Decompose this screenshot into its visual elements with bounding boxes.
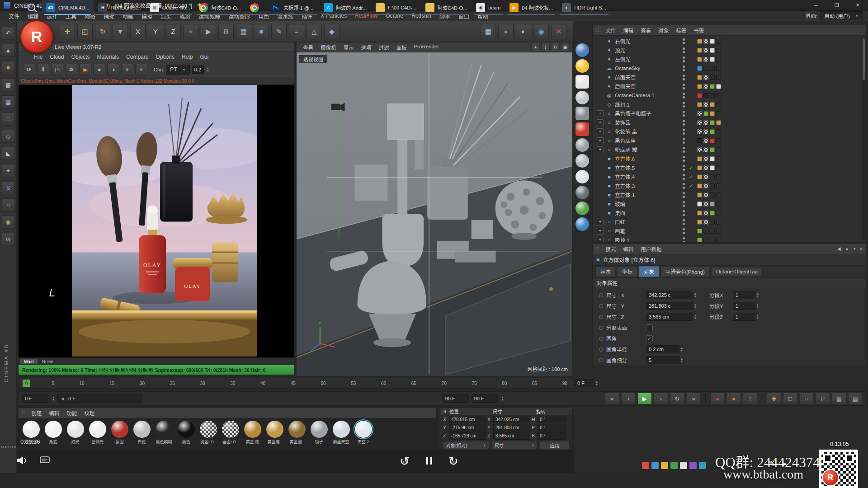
section-header[interactable]: 对象属性 — [593, 278, 866, 288]
film-icon[interactable] — [576, 107, 589, 120]
axis-mode-icon[interactable]: ⌖ — [2, 164, 15, 177]
mini-icon[interactable] — [699, 462, 706, 469]
visibility-dots[interactable] — [683, 219, 685, 225]
stepper[interactable]: ▲▼ — [694, 292, 697, 298]
sun-light-icon[interactable] — [576, 59, 589, 73]
pause-button[interactable] — [425, 457, 433, 466]
visibility-dots[interactable] — [683, 66, 685, 71]
tag-icons[interactable] — [697, 202, 721, 206]
segment-field[interactable]: 1 — [733, 313, 755, 321]
attribute-tab[interactable]: 坐标 — [617, 266, 637, 277]
tag-icons[interactable] — [697, 66, 721, 71]
material-preview[interactable] — [311, 421, 328, 438]
pan-view-icon[interactable]: + — [531, 43, 540, 52]
object-row[interactable]: + ○ 装饰品 — [593, 118, 866, 127]
object-name[interactable]: 画笔 — [615, 227, 683, 235]
material-item[interactable]: 黑色 — [175, 421, 197, 445]
next-frame-button[interactable]: › — [654, 393, 668, 404]
snap-grid-icon[interactable]: ▦ — [481, 24, 496, 39]
object-name[interactable]: 口红 — [615, 218, 683, 225]
object-name[interactable]: 粉底刷 矮 — [615, 146, 683, 153]
stepper[interactable]: ▲▼ — [680, 347, 683, 352]
tag-icons[interactable] — [697, 75, 721, 80]
visibility-dots[interactable] — [683, 120, 685, 126]
object-row[interactable]: ☀ 顶光 — [593, 46, 866, 55]
size-field[interactable]: 342.025 cm — [493, 416, 530, 423]
keyframe-dot[interactable] — [599, 347, 603, 352]
earth-icon[interactable] — [576, 217, 589, 231]
expand-icon[interactable]: + — [597, 237, 604, 243]
texture-mode-icon[interactable]: ▩ — [2, 78, 15, 91]
object-name[interactable]: 黑色瓶子和瓶子 — [615, 110, 683, 117]
paint-mode-icon[interactable]: ◉ — [2, 216, 15, 229]
attr-menu-icon[interactable]: ≡ — [860, 246, 863, 252]
lock-workplane-icon[interactable]: ⊘ — [2, 233, 15, 246]
object-name[interactable]: 立方体.4 — [615, 173, 683, 180]
gray-ball-icon[interactable] — [576, 154, 589, 168]
mini-icon[interactable] — [642, 462, 649, 469]
object-row[interactable]: + ○ 粉底刷 矮 — [593, 145, 866, 154]
material-ball-icon[interactable]: ● — [93, 64, 105, 76]
pick-material-icon[interactable]: ⌖ — [121, 64, 133, 76]
material-preview[interactable] — [156, 421, 173, 438]
object-row[interactable]: ☀ 后侧天空 — [593, 82, 866, 91]
object-name[interactable]: 后侧天空 — [615, 83, 683, 90]
minimize-button[interactable]: ─ — [806, 0, 826, 10]
settings-gear-icon[interactable]: ⚙ — [65, 64, 77, 76]
apply-button[interactable]: 应用 — [540, 441, 570, 449]
visibility-dots[interactable] — [683, 38, 685, 44]
material-item[interactable]: 灯光 — [64, 421, 86, 445]
visibility-dots[interactable] — [683, 47, 685, 53]
tag-icons[interactable] — [697, 174, 721, 179]
menu-item[interactable]: Help — [178, 54, 197, 60]
skip-back-button[interactable]: ↺ 10 — [398, 455, 411, 468]
stepper[interactable]: ▲▼ — [756, 303, 759, 309]
tag-icons[interactable] — [697, 93, 721, 98]
tag-icons[interactable] — [697, 229, 721, 234]
stepper[interactable]: ▲▼ — [694, 303, 697, 309]
visibility-dots[interactable] — [683, 192, 685, 198]
material-preview[interactable] — [200, 421, 217, 438]
material-item[interactable]: 烫金LO.. — [197, 421, 219, 445]
material-preview[interactable] — [288, 421, 306, 438]
panel-grip-icon[interactable]: ⠿ — [22, 411, 25, 416]
position-field[interactable]: -215.96 cm — [449, 424, 486, 432]
menu-item[interactable]: 标签 — [672, 27, 690, 34]
attribute-tab[interactable]: 平滑着色(Phong) — [660, 266, 710, 277]
menu-item[interactable]: 过滤 — [375, 44, 393, 51]
visibility-dots[interactable] — [683, 84, 685, 89]
channel-dropdown[interactable]: PT ▼ — [166, 65, 189, 75]
object-name[interactable]: 桌面 — [615, 209, 683, 216]
tag-icons[interactable] — [697, 192, 721, 197]
object-row[interactable]: + ○ 黑色底座 — [593, 136, 866, 145]
tag-icons[interactable] — [697, 48, 721, 53]
expand-icon[interactable]: + — [597, 137, 604, 144]
panel-grip-icon[interactable]: ⠿ — [443, 409, 447, 414]
material-preview[interactable] — [89, 421, 106, 438]
menu-item[interactable]: 书签 — [690, 27, 708, 34]
menu-item[interactable]: 编辑 — [619, 245, 637, 253]
object-name[interactable]: 黑色底座 — [615, 137, 683, 144]
visibility-dots[interactable] — [683, 147, 685, 153]
stepper[interactable]: ▲▼ — [501, 396, 504, 401]
menu-item[interactable]: 文件 — [5, 12, 24, 20]
object-name[interactable]: 左侧光 — [615, 56, 683, 63]
object-name[interactable]: OctaneSky — [615, 66, 683, 71]
visibility-dots[interactable] — [683, 183, 685, 189]
render-view-icon[interactable]: ▶ — [201, 24, 216, 39]
tag-icons[interactable] — [697, 39, 721, 44]
workplane-mode-icon[interactable]: ▦ — [2, 95, 15, 108]
menu-item[interactable]: 纹理 — [80, 409, 98, 417]
object-row[interactable]: ☀ 右侧光 — [593, 37, 866, 46]
taskbar-app[interactable]: 阿波C4D-O... — [421, 0, 472, 15]
object-row[interactable]: + ○ 画笔 — [593, 226, 866, 235]
toggle-view-icon[interactable]: ▣ — [561, 43, 570, 52]
object-row[interactable]: ■ 立方体.4 ✓ — [593, 172, 866, 181]
render-settings-icon[interactable]: ⚙ — [218, 24, 234, 39]
end-frame-field[interactable]: 0 F ▲▼ — [575, 379, 598, 388]
tag-icons[interactable] — [697, 111, 721, 116]
menu-item[interactable]: Compare — [123, 54, 152, 60]
menu-item[interactable]: Cloud — [46, 54, 67, 60]
menu-item[interactable]: 摄像机 — [317, 44, 340, 51]
dolly-view-icon[interactable]: ↕ — [541, 43, 550, 52]
